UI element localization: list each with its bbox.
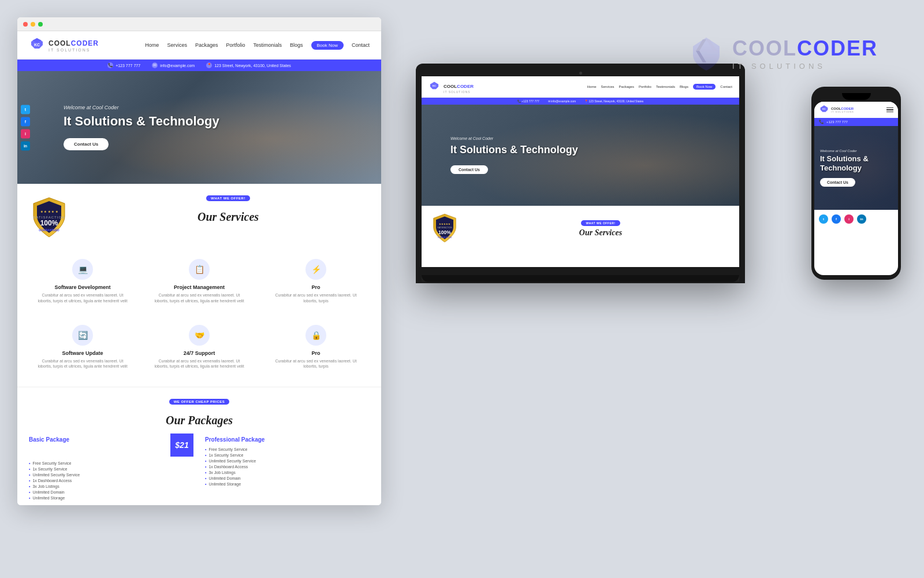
- packages-tag: WE OFFER CHEAP PRICES: [169, 399, 230, 405]
- hero-section: t f i in Welcome at Cool Coder It Soluti…: [17, 71, 381, 184]
- basic-feature-0: Free Security Service: [29, 461, 193, 465]
- brand-icon-large: [688, 35, 725, 72]
- pro-feature-4: 3x Job Listings: [205, 470, 370, 475]
- social-linkedin[interactable]: in: [21, 141, 30, 150]
- svg-text:SATISFACTION: SATISFACTION: [437, 227, 452, 229]
- service-icon-1: 📋: [189, 259, 210, 280]
- info-phone: 📞 +123 777 777: [107, 62, 140, 68]
- laptop-email: ✉ info@example.com: [548, 99, 576, 103]
- phone-screen: KC COOLCODER IT SOLUTIONS: [814, 102, 898, 275]
- service-card-2: ⚡ Pro Curabitur at arcu sed ex venenatis…: [262, 253, 370, 310]
- service-desc-1: Curabitur at arcu sed ex venenatis laore…: [151, 292, 247, 304]
- logo-coder: CODER: [71, 39, 99, 47]
- service-title-2: Pro: [268, 284, 364, 290]
- phone-call-text: +123 777 777: [826, 120, 848, 124]
- laptop-hero-subtitle: Welcome at Cool Coder: [450, 136, 739, 140]
- basic-package-title: Basic Package: [29, 436, 69, 443]
- laptop-hero: Welcome at Cool Coder It Solutions & Tec…: [422, 105, 739, 206]
- laptop-nav-portfolio[interactable]: Portfolio: [639, 85, 651, 88]
- basic-feature-3: 1x Dashboard Access: [29, 479, 193, 483]
- laptop-nav-book[interactable]: Book Now: [693, 84, 716, 90]
- basic-feature-2: Unlimited Security Service: [29, 473, 193, 477]
- nav-blogs[interactable]: Blogs: [290, 42, 303, 48]
- laptop-nav-blogs[interactable]: Blogs: [680, 85, 688, 88]
- phone-outer: KC COOLCODER IT SOLUTIONS: [811, 87, 901, 280]
- hamburger-menu[interactable]: [886, 108, 893, 113]
- hero-contact-button[interactable]: Contact Us: [64, 138, 109, 150]
- nav-testimonials[interactable]: Testimonials: [253, 42, 282, 48]
- phone-notch-inner: [842, 93, 871, 100]
- pro-feature-2: Unlimited Security Service: [205, 459, 370, 463]
- laptop-container: KC COOLCODER IT SOLUTIONS Home Services: [416, 64, 745, 283]
- svg-text:KC: KC: [34, 43, 40, 47]
- service-card-5: 🔒 Pro Curabitur at arcu sed ex venenatis…: [262, 319, 370, 376]
- phone-hero: Welcome at Cool Coder It Solutions & Tec…: [814, 126, 898, 210]
- laptop-info-bar: 📞 +123 777 777 ✉ info@example.com 📍 123 …: [422, 98, 739, 105]
- laptop-nav-services[interactable]: Services: [601, 85, 614, 88]
- nav-portfolio[interactable]: Portfolio: [226, 42, 245, 48]
- basic-feature-4: 3x Job Listings: [29, 484, 193, 488]
- laptop-base: [422, 275, 739, 283]
- laptop-services-title: Our Services: [471, 228, 731, 238]
- laptop-hero-cta[interactable]: Contact Us: [450, 165, 488, 174]
- laptop-outer: KC COOLCODER IT SOLUTIONS Home Services: [416, 64, 745, 283]
- laptop-logo-icon: KC: [429, 81, 440, 92]
- packages-title: Our Packages: [29, 408, 370, 427]
- phone-logo-sub: IT SOLUTIONS: [831, 110, 854, 113]
- service-card-4: 🤝 24/7 Support Curabitur at arcu sed ex …: [146, 319, 253, 376]
- nav-home[interactable]: Home: [145, 42, 159, 48]
- social-facebook[interactable]: f: [21, 117, 30, 126]
- svg-text:100%: 100%: [438, 229, 451, 235]
- basic-package: Basic Package $21 Free Security Service …: [29, 436, 193, 502]
- nav-contact[interactable]: Contact: [352, 42, 370, 48]
- laptop-nav-links: Home Services Packages Portfolio Testimo…: [587, 84, 732, 90]
- laptop-nav-packages[interactable]: Packages: [619, 85, 634, 88]
- logo-area: KC COOLCODER IT SOLUTIONS: [29, 37, 99, 53]
- phone-logo-icon: KC: [819, 105, 829, 115]
- service-title-3: Software Update: [35, 350, 131, 356]
- nav-services[interactable]: Services: [167, 42, 187, 48]
- packages-section: WE OFFER CHEAP PRICES Our Packages Basic…: [17, 387, 381, 505]
- svg-text:KC: KC: [433, 84, 436, 87]
- phone-container: KC COOLCODER IT SOLUTIONS: [811, 87, 901, 280]
- service-icon-0: 💻: [72, 259, 93, 280]
- service-title-5: Pro: [268, 350, 364, 356]
- laptop-nav-testimonials[interactable]: Testimonials: [656, 85, 675, 88]
- satisfaction-badge: ★ ★ ★ ★ ★ SATISFACTION 100% GUARANTEED: [29, 195, 69, 244]
- hero-title: It Solutions & Technology: [64, 114, 381, 129]
- service-card-3: 🔄 Software Update Curabitur at arcu sed …: [29, 319, 136, 376]
- social-twitter[interactable]: t: [21, 105, 30, 114]
- hero-content: Welcome at Cool Coder It Solutions & Tec…: [17, 71, 381, 184]
- laptop-nav-contact[interactable]: Contact: [720, 85, 732, 88]
- phone-call-icon: 📞: [819, 120, 824, 124]
- phone-twitter[interactable]: t: [819, 214, 828, 224]
- phone-instagram[interactable]: i: [844, 214, 854, 224]
- browser-mockup: KC COOLCODER IT SOLUTIONS Home Services …: [17, 17, 381, 505]
- service-card-1: 📋 Project Management Curabitur at arcu s…: [146, 253, 253, 310]
- phone-linkedin[interactable]: in: [857, 214, 866, 224]
- phone-hero-subtitle: Welcome at Cool Coder: [820, 149, 892, 153]
- basic-feature-5: Unlimited Domain: [29, 490, 193, 494]
- logo-text-block: COOLCODER IT SOLUTIONS: [49, 38, 99, 53]
- laptop-logo: KC COOLCODER IT SOLUTIONS: [429, 80, 474, 94]
- service-desc-4: Curabitur at arcu sed ex venenatis laore…: [151, 358, 247, 370]
- logo-icon: KC: [29, 37, 45, 53]
- pro-feature-0: Free Security Service: [205, 447, 370, 451]
- left-panel: KC COOLCODER IT SOLUTIONS Home Services …: [17, 17, 422, 505]
- service-icon-4: 🤝: [189, 325, 210, 346]
- nav-packages[interactable]: Packages: [195, 42, 218, 48]
- phone-hero-cta[interactable]: Contact Us: [820, 178, 855, 187]
- service-title-0: Software Development: [35, 284, 131, 290]
- hero-subtitle: Welcome at Cool Coder: [64, 105, 381, 110]
- nav-book-now[interactable]: Book Now: [311, 41, 344, 50]
- social-instagram[interactable]: i: [21, 129, 30, 138]
- brand-top-right: COOLCODER IT SOLUTIONS: [688, 35, 878, 72]
- nav-links: Home Services Packages Portfolio Testimo…: [145, 41, 370, 50]
- service-card-0: 💻 Software Development Curabitur at arcu…: [29, 253, 136, 310]
- laptop-hero-title: It Solutions & Technology: [450, 144, 739, 157]
- phone-facebook[interactable]: f: [832, 214, 841, 224]
- service-desc-5: Curabitur at arcu sed ex venenatis laore…: [268, 358, 364, 370]
- laptop-nav-home[interactable]: Home: [587, 85, 597, 88]
- info-address: 📍 123 Street, Newyork, 43100, United Sta…: [206, 62, 291, 68]
- location-icon: 📍: [206, 62, 212, 68]
